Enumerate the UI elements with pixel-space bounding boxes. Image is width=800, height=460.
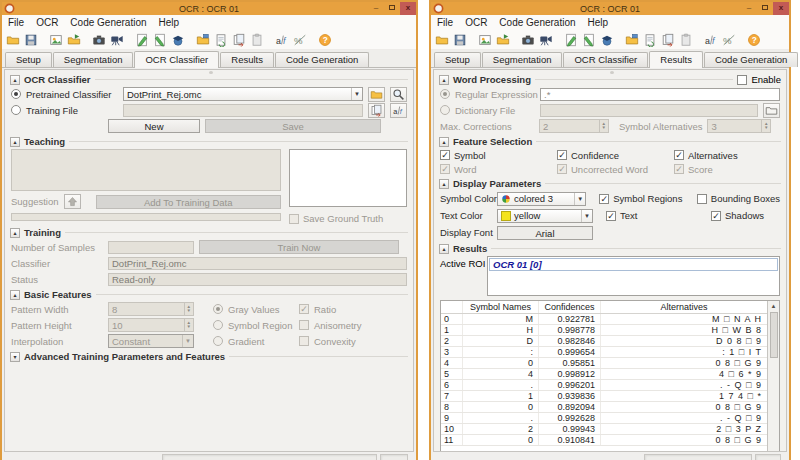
- quality-tool-icon[interactable]: %: [292, 32, 308, 48]
- table-row[interactable]: 3 : 0.999654 : 1 □ I T: [441, 347, 767, 358]
- copy-clipboard-icon[interactable]: [678, 32, 694, 48]
- training-file-radio[interactable]: [11, 105, 21, 115]
- table-row[interactable]: 0 M 0.922781 M □ N A H: [441, 314, 767, 325]
- splitter-handle[interactable]: [610, 71, 614, 74]
- open-file-icon[interactable]: [434, 32, 450, 48]
- table-row[interactable]: 9 . 0.992628 . - Q □ 9: [441, 413, 767, 424]
- edit-roi-icon[interactable]: [152, 32, 168, 48]
- menu-item-file[interactable]: File: [437, 17, 453, 28]
- tab-code-generation[interactable]: Code Generation: [704, 52, 798, 67]
- edit-training-file-button[interactable]: af: [390, 103, 407, 118]
- collapse-teaching-button[interactable]: ▴: [10, 137, 20, 147]
- collapse-feature-selection-button[interactable]: ▴: [439, 137, 449, 147]
- collapse-basic-features-button[interactable]: ▴: [10, 290, 20, 300]
- chevron-down-icon[interactable]: ▼: [351, 88, 362, 100]
- tab-ocr-classifier[interactable]: OCR Classifier: [134, 51, 219, 68]
- minimize-button[interactable]: –: [741, 2, 757, 15]
- text-checkbox[interactable]: [606, 211, 616, 221]
- tab-setup[interactable]: Setup: [434, 52, 481, 67]
- title-bar[interactable]: OCR : OCR 01 – x: [2, 2, 416, 15]
- tab-code-generation[interactable]: Code Generation: [275, 52, 369, 67]
- text-tool-icon[interactable]: af: [274, 32, 290, 48]
- splitter-handle[interactable]: [209, 71, 213, 74]
- text-color-combo[interactable]: yellow ▼: [497, 209, 593, 223]
- open-training-folder-icon[interactable]: [195, 32, 211, 48]
- tab-results[interactable]: Results: [220, 52, 274, 67]
- title-bar[interactable]: OCR : OCR 01 – x: [431, 2, 789, 15]
- copy-clipboard-icon[interactable]: [249, 32, 265, 48]
- browse-classifier-button[interactable]: [368, 87, 385, 102]
- pretrained-classifier-combo[interactable]: DotPrint_Rej.omc ▼: [123, 87, 363, 101]
- collapse-display-parameters-button[interactable]: ▴: [439, 179, 449, 189]
- export-data-icon[interactable]: [660, 32, 676, 48]
- edit-roi-icon[interactable]: [581, 32, 597, 48]
- quality-tool-icon[interactable]: %: [721, 32, 737, 48]
- help-icon[interactable]: ?: [317, 32, 333, 48]
- expand-advanced-button[interactable]: ▾: [10, 352, 20, 362]
- table-row[interactable]: 4 0 0.95851 0 8 □ G 9: [441, 358, 767, 369]
- tab-ocr-classifier[interactable]: OCR Classifier: [563, 52, 648, 67]
- tab-results[interactable]: Results: [649, 51, 703, 68]
- maximize-button[interactable]: [757, 2, 773, 15]
- table-row[interactable]: 1 H 0.998778 H □ W B 8: [441, 325, 767, 336]
- snapshot-camera-icon[interactable]: [91, 32, 107, 48]
- help-icon[interactable]: ?: [746, 32, 762, 48]
- export-data-icon[interactable]: [231, 32, 247, 48]
- table-row[interactable]: 11 0 0.910841 0 8 □ G 9: [441, 435, 767, 446]
- close-button[interactable]: x: [773, 2, 789, 15]
- table-row[interactable]: 6 . 0.996201 . - Q □ 9: [441, 380, 767, 391]
- menu-item-code-generation[interactable]: Code Generation: [499, 17, 575, 28]
- alternatives-checkbox[interactable]: [674, 150, 684, 160]
- enable-checkbox[interactable]: [737, 75, 747, 85]
- draw-roi-icon[interactable]: [563, 32, 579, 48]
- chevron-down-icon[interactable]: ▼: [574, 193, 585, 205]
- symbol-checkbox[interactable]: [440, 150, 450, 160]
- collapse-classifier-button[interactable]: ▴: [10, 75, 20, 85]
- display-font-button[interactable]: Arial: [497, 226, 593, 240]
- inspect-classifier-button[interactable]: [390, 87, 407, 102]
- table-row[interactable]: 8 0 0.892094 0 8 □ G 9: [441, 402, 767, 413]
- train-classifier-icon[interactable]: [599, 32, 615, 48]
- table-row[interactable]: 10 2 0.99943 2 □ 3 P Z: [441, 424, 767, 435]
- minimize-button[interactable]: –: [368, 2, 384, 15]
- menu-item-code-generation[interactable]: Code Generation: [70, 17, 146, 28]
- collapse-training-button[interactable]: ▴: [10, 228, 20, 238]
- collapse-word-processing-button[interactable]: ▴: [439, 75, 449, 85]
- scrollbar-thumb[interactable]: [770, 312, 778, 358]
- browse-training-file-button[interactable]: [368, 103, 385, 118]
- active-roi-list[interactable]: OCR 01 [0]: [487, 256, 780, 296]
- chevron-down-icon[interactable]: ▼: [581, 210, 592, 222]
- symbol-color-combo[interactable]: colored 3 ▼: [497, 192, 586, 206]
- open-training-folder-icon[interactable]: [624, 32, 640, 48]
- pretrained-classifier-radio[interactable]: [11, 89, 21, 99]
- snapshot-camera-icon[interactable]: [520, 32, 536, 48]
- open-file-icon[interactable]: [5, 32, 21, 48]
- menu-item-ocr[interactable]: OCR: [465, 17, 487, 28]
- text-tool-icon[interactable]: af: [703, 32, 719, 48]
- table-scrollbar[interactable]: ▲ ▼: [767, 301, 779, 452]
- menu-item-help[interactable]: Help: [588, 17, 609, 28]
- load-image-icon[interactable]: [477, 32, 493, 48]
- save-project-icon[interactable]: [452, 32, 468, 48]
- train-classifier-icon[interactable]: [170, 32, 186, 48]
- live-video-icon[interactable]: [109, 32, 125, 48]
- tab-setup[interactable]: Setup: [5, 52, 52, 67]
- active-roi-item[interactable]: OCR 01 [0]: [489, 258, 778, 271]
- table-row[interactable]: 5 4 0.998912 4 □ 6 * 9: [441, 369, 767, 380]
- table-row[interactable]: 7 1 0.939836 1 7 4 □ *: [441, 391, 767, 402]
- menu-item-file[interactable]: File: [8, 17, 24, 28]
- symbol-regions-checkbox[interactable]: [599, 194, 609, 204]
- generate-report-icon[interactable]: [642, 32, 658, 48]
- acquire-image-icon[interactable]: [66, 32, 82, 48]
- menu-item-ocr[interactable]: OCR: [36, 17, 58, 28]
- shadows-checkbox[interactable]: [711, 211, 721, 221]
- live-video-icon[interactable]: [538, 32, 554, 48]
- close-button[interactable]: x: [400, 2, 416, 15]
- new-button[interactable]: New: [108, 119, 200, 133]
- confidence-checkbox[interactable]: [557, 150, 567, 160]
- generate-report-icon[interactable]: [213, 32, 229, 48]
- acquire-image-icon[interactable]: [495, 32, 511, 48]
- tab-segmentation[interactable]: Segmentation: [53, 52, 134, 67]
- scroll-up-icon[interactable]: ▲: [771, 301, 777, 311]
- menu-item-help[interactable]: Help: [159, 17, 180, 28]
